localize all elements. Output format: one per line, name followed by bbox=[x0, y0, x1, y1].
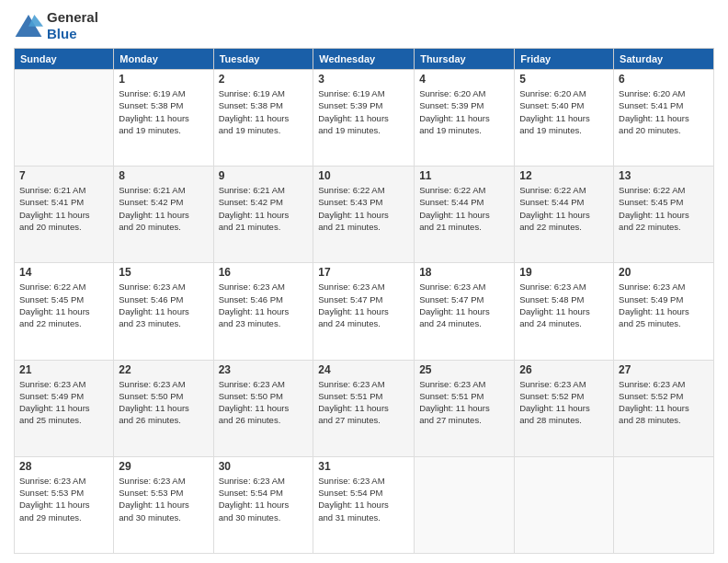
calendar-cell bbox=[415, 456, 515, 553]
day-info: Sunrise: 6:22 AM Sunset: 5:45 PM Dayligh… bbox=[619, 184, 709, 233]
calendar-cell: 3Sunrise: 6:19 AM Sunset: 5:39 PM Daylig… bbox=[313, 70, 415, 167]
day-info: Sunrise: 6:22 AM Sunset: 5:44 PM Dayligh… bbox=[519, 184, 609, 233]
calendar-week-row: 21Sunrise: 6:23 AM Sunset: 5:49 PM Dayli… bbox=[15, 360, 714, 456]
calendar-header-thursday: Thursday bbox=[415, 49, 515, 70]
day-info: Sunrise: 6:23 AM Sunset: 5:50 PM Dayligh… bbox=[219, 378, 309, 427]
calendar-header-friday: Friday bbox=[515, 49, 614, 70]
day-number: 19 bbox=[519, 266, 609, 279]
day-info: Sunrise: 6:23 AM Sunset: 5:51 PM Dayligh… bbox=[318, 378, 409, 427]
day-number: 1 bbox=[119, 73, 208, 86]
calendar-cell: 9Sunrise: 6:21 AM Sunset: 5:42 PM Daylig… bbox=[213, 167, 313, 263]
day-number: 29 bbox=[119, 460, 208, 473]
calendar-header-saturday: Saturday bbox=[614, 49, 714, 70]
day-info: Sunrise: 6:23 AM Sunset: 5:47 PM Dayligh… bbox=[419, 281, 509, 329]
day-number: 16 bbox=[219, 266, 309, 279]
day-number: 18 bbox=[419, 266, 509, 279]
calendar-cell: 19Sunrise: 6:23 AM Sunset: 5:48 PM Dayli… bbox=[515, 263, 614, 360]
day-number: 3 bbox=[318, 73, 409, 86]
calendar-cell: 23Sunrise: 6:23 AM Sunset: 5:50 PM Dayli… bbox=[213, 360, 313, 456]
day-info: Sunrise: 6:23 AM Sunset: 5:52 PM Dayligh… bbox=[519, 378, 609, 427]
calendar-cell: 28Sunrise: 6:23 AM Sunset: 5:53 PM Dayli… bbox=[15, 456, 114, 553]
day-number: 12 bbox=[519, 169, 609, 182]
calendar-week-row: 7Sunrise: 6:21 AM Sunset: 5:41 PM Daylig… bbox=[15, 167, 714, 263]
logo-text: General Blue bbox=[47, 9, 98, 42]
day-number: 25 bbox=[419, 363, 509, 376]
day-info: Sunrise: 6:20 AM Sunset: 5:39 PM Dayligh… bbox=[419, 87, 509, 136]
calendar-cell: 16Sunrise: 6:23 AM Sunset: 5:46 PM Dayli… bbox=[213, 263, 313, 360]
day-info: Sunrise: 6:22 AM Sunset: 5:43 PM Dayligh… bbox=[318, 184, 409, 233]
calendar-header-wednesday: Wednesday bbox=[313, 49, 415, 70]
calendar-cell: 30Sunrise: 6:23 AM Sunset: 5:54 PM Dayli… bbox=[213, 456, 313, 553]
day-info: Sunrise: 6:19 AM Sunset: 5:38 PM Dayligh… bbox=[219, 87, 309, 136]
day-number: 5 bbox=[519, 73, 609, 86]
calendar-cell bbox=[515, 456, 614, 553]
day-info: Sunrise: 6:22 AM Sunset: 5:44 PM Dayligh… bbox=[419, 184, 509, 233]
day-number: 6 bbox=[619, 73, 709, 86]
day-info: Sunrise: 6:23 AM Sunset: 5:47 PM Dayligh… bbox=[318, 281, 409, 329]
calendar-cell: 1Sunrise: 6:19 AM Sunset: 5:38 PM Daylig… bbox=[114, 70, 213, 167]
header: General Blue bbox=[14, 9, 714, 42]
calendar-week-row: 28Sunrise: 6:23 AM Sunset: 5:53 PM Dayli… bbox=[15, 456, 714, 553]
calendar-cell: 6Sunrise: 6:20 AM Sunset: 5:41 PM Daylig… bbox=[614, 70, 714, 167]
day-info: Sunrise: 6:20 AM Sunset: 5:40 PM Dayligh… bbox=[519, 87, 609, 136]
day-info: Sunrise: 6:21 AM Sunset: 5:42 PM Dayligh… bbox=[219, 184, 309, 233]
calendar-week-row: 14Sunrise: 6:22 AM Sunset: 5:45 PM Dayli… bbox=[15, 263, 714, 360]
day-number: 13 bbox=[619, 169, 709, 182]
calendar-cell: 11Sunrise: 6:22 AM Sunset: 5:44 PM Dayli… bbox=[415, 167, 515, 263]
calendar-header-sunday: Sunday bbox=[15, 49, 114, 70]
calendar-cell: 20Sunrise: 6:23 AM Sunset: 5:49 PM Dayli… bbox=[614, 263, 714, 360]
calendar-cell: 31Sunrise: 6:23 AM Sunset: 5:54 PM Dayli… bbox=[313, 456, 415, 553]
calendar-cell: 8Sunrise: 6:21 AM Sunset: 5:42 PM Daylig… bbox=[114, 167, 213, 263]
day-number: 17 bbox=[318, 266, 409, 279]
day-info: Sunrise: 6:23 AM Sunset: 5:53 PM Dayligh… bbox=[119, 475, 208, 523]
day-number: 20 bbox=[619, 266, 709, 279]
day-info: Sunrise: 6:23 AM Sunset: 5:46 PM Dayligh… bbox=[119, 281, 208, 329]
day-info: Sunrise: 6:23 AM Sunset: 5:51 PM Dayligh… bbox=[419, 378, 509, 427]
calendar-cell: 26Sunrise: 6:23 AM Sunset: 5:52 PM Dayli… bbox=[515, 360, 614, 456]
day-info: Sunrise: 6:21 AM Sunset: 5:42 PM Dayligh… bbox=[119, 184, 208, 233]
day-number: 31 bbox=[318, 460, 409, 473]
day-info: Sunrise: 6:19 AM Sunset: 5:39 PM Dayligh… bbox=[318, 87, 409, 136]
day-info: Sunrise: 6:20 AM Sunset: 5:41 PM Dayligh… bbox=[619, 87, 709, 136]
calendar-cell: 12Sunrise: 6:22 AM Sunset: 5:44 PM Dayli… bbox=[515, 167, 614, 263]
day-number: 23 bbox=[219, 363, 309, 376]
day-number: 30 bbox=[219, 460, 309, 473]
calendar-cell: 2Sunrise: 6:19 AM Sunset: 5:38 PM Daylig… bbox=[213, 70, 313, 167]
logo: General Blue bbox=[14, 9, 98, 42]
day-number: 24 bbox=[318, 363, 409, 376]
calendar-cell: 25Sunrise: 6:23 AM Sunset: 5:51 PM Dayli… bbox=[415, 360, 515, 456]
day-number: 11 bbox=[419, 169, 509, 182]
calendar-cell: 18Sunrise: 6:23 AM Sunset: 5:47 PM Dayli… bbox=[415, 263, 515, 360]
calendar-cell: 15Sunrise: 6:23 AM Sunset: 5:46 PM Dayli… bbox=[114, 263, 213, 360]
day-number: 2 bbox=[219, 73, 309, 86]
day-info: Sunrise: 6:23 AM Sunset: 5:50 PM Dayligh… bbox=[119, 378, 208, 427]
day-number: 26 bbox=[519, 363, 609, 376]
calendar-cell: 14Sunrise: 6:22 AM Sunset: 5:45 PM Dayli… bbox=[15, 263, 114, 360]
calendar-table: SundayMondayTuesdayWednesdayThursdayFrid… bbox=[14, 48, 714, 554]
day-info: Sunrise: 6:23 AM Sunset: 5:49 PM Dayligh… bbox=[19, 378, 108, 427]
day-info: Sunrise: 6:23 AM Sunset: 5:49 PM Dayligh… bbox=[619, 281, 709, 329]
day-number: 27 bbox=[619, 363, 709, 376]
calendar-header-monday: Monday bbox=[114, 49, 213, 70]
calendar-cell: 7Sunrise: 6:21 AM Sunset: 5:41 PM Daylig… bbox=[15, 167, 114, 263]
day-number: 7 bbox=[19, 169, 108, 182]
day-info: Sunrise: 6:22 AM Sunset: 5:45 PM Dayligh… bbox=[19, 281, 108, 329]
calendar-cell: 27Sunrise: 6:23 AM Sunset: 5:52 PM Dayli… bbox=[614, 360, 714, 456]
day-number: 10 bbox=[318, 169, 409, 182]
page: General Blue SundayMondayTuesdayWednesda… bbox=[0, 0, 728, 563]
day-info: Sunrise: 6:23 AM Sunset: 5:48 PM Dayligh… bbox=[519, 281, 609, 329]
day-info: Sunrise: 6:19 AM Sunset: 5:38 PM Dayligh… bbox=[119, 87, 208, 136]
calendar-cell: 13Sunrise: 6:22 AM Sunset: 5:45 PM Dayli… bbox=[614, 167, 714, 263]
day-number: 9 bbox=[219, 169, 309, 182]
day-info: Sunrise: 6:23 AM Sunset: 5:46 PM Dayligh… bbox=[219, 281, 309, 329]
calendar-cell: 5Sunrise: 6:20 AM Sunset: 5:40 PM Daylig… bbox=[515, 70, 614, 167]
day-number: 21 bbox=[19, 363, 108, 376]
logo-icon bbox=[14, 13, 43, 39]
day-info: Sunrise: 6:21 AM Sunset: 5:41 PM Dayligh… bbox=[19, 184, 108, 233]
calendar-cell: 10Sunrise: 6:22 AM Sunset: 5:43 PM Dayli… bbox=[313, 167, 415, 263]
day-number: 14 bbox=[19, 266, 108, 279]
calendar-cell: 17Sunrise: 6:23 AM Sunset: 5:47 PM Dayli… bbox=[313, 263, 415, 360]
calendar-header-row: SundayMondayTuesdayWednesdayThursdayFrid… bbox=[15, 49, 714, 70]
day-number: 22 bbox=[119, 363, 208, 376]
day-number: 28 bbox=[19, 460, 108, 473]
